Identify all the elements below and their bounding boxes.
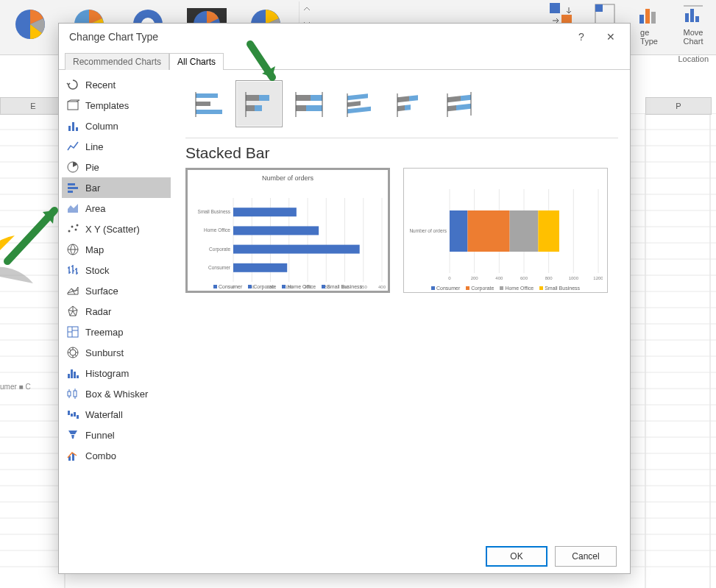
svg-rect-103 xyxy=(447,105,456,111)
sidebar-item-box-whisker[interactable]: Box & Whisker xyxy=(62,383,171,404)
bar-icon xyxy=(66,181,79,194)
subtype-100-stacked-bar[interactable] xyxy=(286,80,333,127)
svg-rect-81 xyxy=(246,95,259,101)
svg-rect-54 xyxy=(68,183,75,185)
svg-rect-50 xyxy=(68,126,71,131)
svg-rect-89 xyxy=(306,105,322,111)
sidebar-item-histogram[interactable]: Histogram xyxy=(62,363,171,383)
sidebar-item-label: Waterfall xyxy=(85,409,123,420)
sidebar-item-funnel[interactable]: Funnel xyxy=(62,425,171,445)
ribbon-change-chart-type[interactable]: ge Type xyxy=(631,1,667,46)
sidebar-item-radar[interactable]: Radar xyxy=(62,301,171,322)
templates-icon xyxy=(66,99,79,112)
svg-rect-52 xyxy=(76,127,78,131)
svg-rect-67 xyxy=(74,372,76,378)
sidebar-item-label: Combo xyxy=(85,450,116,461)
sidebar-item-pie[interactable]: Pie xyxy=(62,157,171,177)
svg-text:Consumer: Consumer xyxy=(208,265,231,270)
pie-chart-fragment xyxy=(0,228,37,316)
chart-style-thumb[interactable] xyxy=(4,1,56,47)
svg-rect-71 xyxy=(68,411,70,415)
sidebar-item-column[interactable]: Column xyxy=(62,116,171,136)
subtype-stacked-bar[interactable] xyxy=(235,80,283,127)
svg-text:200: 200 xyxy=(471,276,479,280)
ribbon-move-chart[interactable]: Move Chart xyxy=(675,1,712,46)
sidebar-item-sunburst[interactable]: Sunburst xyxy=(62,342,171,363)
svg-rect-83 xyxy=(246,105,255,111)
svg-point-60 xyxy=(77,224,79,227)
surface-icon xyxy=(66,284,79,297)
column-header-e[interactable]: E xyxy=(0,97,66,115)
subtype-3d-100-stacked-bar[interactable] xyxy=(436,80,483,127)
sidebar-item-label: Templates xyxy=(85,100,129,111)
tab-recommended-charts[interactable]: Recommended Charts xyxy=(65,53,169,70)
map-icon xyxy=(66,243,79,256)
svg-rect-7 xyxy=(550,3,560,13)
sidebar-item-label: Recent xyxy=(85,79,116,91)
sidebar-item-line[interactable]: Line xyxy=(62,136,171,157)
svg-text:Home Office: Home Office xyxy=(204,227,230,233)
sidebar-item-label: Line xyxy=(85,141,104,152)
sidebar-item-stock[interactable]: Stock xyxy=(62,260,171,280)
svg-rect-68 xyxy=(77,375,79,378)
change-chart-type-dialog: Change Chart Type ? ✕ Recommended Charts… xyxy=(58,23,631,574)
tab-all-charts[interactable]: All Charts xyxy=(169,53,224,70)
svg-text:600: 600 xyxy=(520,276,528,280)
sidebar-item-label: Column xyxy=(85,121,118,132)
sidebar-item-templates[interactable]: Templates xyxy=(62,95,171,116)
sidebar-item-label: Surface xyxy=(85,286,118,297)
subtype-3d-stacked-bar[interactable] xyxy=(386,80,433,127)
svg-rect-79 xyxy=(196,110,222,114)
help-button[interactable]: ? xyxy=(567,26,596,47)
sidebar-item-combo[interactable]: Combo xyxy=(62,445,171,466)
dialog-titlebar[interactable]: Change Chart Type ? ✕ xyxy=(59,24,630,50)
area-icon xyxy=(66,202,79,215)
sidebar-item-waterfall[interactable]: Waterfall xyxy=(62,404,171,425)
svg-rect-66 xyxy=(71,369,73,378)
cancel-button[interactable]: Cancel xyxy=(555,546,617,567)
svg-rect-82 xyxy=(259,95,269,101)
sidebar-item-label: Box & Whisker xyxy=(85,389,148,400)
sidebar-item-label: Treemap xyxy=(85,327,124,338)
subtype-3d-clustered-bar[interactable] xyxy=(336,80,383,127)
preview-clustered-bar[interactable]: Number of orders050100150200250300350400… xyxy=(185,168,390,293)
svg-rect-84 xyxy=(255,105,262,111)
svg-text:1000: 1000 xyxy=(569,276,579,280)
svg-rect-99 xyxy=(405,105,411,110)
svg-rect-49 xyxy=(68,102,78,110)
chart-category-sidebar: RecentTemplatesColumnLinePieBarAreaX Y (… xyxy=(59,70,174,539)
subtype-clustered-bar[interactable] xyxy=(185,80,233,127)
pie-icon xyxy=(66,160,79,174)
close-button[interactable]: ✕ xyxy=(596,26,625,47)
sidebar-item-label: Histogram xyxy=(85,368,129,379)
treemap-icon xyxy=(66,325,79,339)
sidebar-item-area[interactable]: Area xyxy=(62,198,171,219)
preview-legend: ConsumerCorporateHome OfficeSmall Busine… xyxy=(404,286,607,291)
sidebar-item-treemap[interactable]: Treemap xyxy=(62,322,171,342)
radar-icon xyxy=(66,305,79,318)
sidebar-item-recent[interactable]: Recent xyxy=(62,74,171,95)
svg-rect-55 xyxy=(68,187,78,189)
preview-stacked-bar[interactable]: 020040060080010001200Number of ordersCon… xyxy=(403,168,608,293)
column-header-p[interactable]: P xyxy=(645,97,712,115)
svg-rect-86 xyxy=(296,95,311,101)
svg-text:0: 0 xyxy=(448,276,451,280)
svg-text:800: 800 xyxy=(545,276,553,280)
x-y-scatter--icon xyxy=(66,222,79,235)
svg-text:1200: 1200 xyxy=(593,276,603,280)
sidebar-item-map[interactable]: Map xyxy=(62,239,171,260)
sidebar-item-bar[interactable]: Bar xyxy=(62,177,171,198)
sidebar-item-label: Area xyxy=(85,203,105,214)
sidebar-item-label: Funnel xyxy=(85,430,115,441)
preview-legend: ConsumerCorporateHome OfficeSmall Busine… xyxy=(188,284,388,289)
sidebar-item-surface[interactable]: Surface xyxy=(62,280,171,301)
sidebar-item-x-y-scatter-[interactable]: X Y (Scatter) xyxy=(62,219,171,239)
ok-button[interactable]: OK xyxy=(486,546,547,567)
svg-text:Corporate: Corporate xyxy=(209,247,230,252)
svg-rect-51 xyxy=(72,122,74,131)
svg-rect-104 xyxy=(456,104,471,110)
ribbon-group-label: Location xyxy=(678,54,709,63)
svg-rect-102 xyxy=(461,95,471,101)
preview-title: Number of orders xyxy=(191,174,385,182)
legend-fragment: umer ■ C xyxy=(0,383,31,391)
